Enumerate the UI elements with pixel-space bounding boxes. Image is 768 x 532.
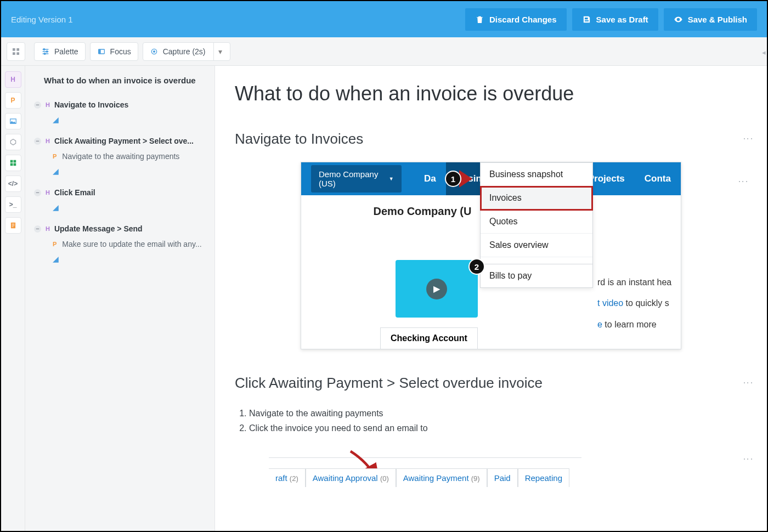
section-menu-icon[interactable]: ⋮ [747, 134, 749, 144]
collapse-right-handle[interactable]: ◂ [762, 48, 766, 56]
discard-changes-button[interactable]: Discard Changes [465, 8, 567, 31]
dashboard-icon-button[interactable] [7, 42, 25, 61]
collapse-icon[interactable]: − [34, 138, 41, 145]
shot1-checking-account: Checking Account [380, 327, 478, 349]
outline-node-2-para: Navigate to the awaiting payments [62, 152, 179, 161]
page-title[interactable]: What to do when an invoice is overdue [235, 82, 747, 105]
focus-icon [97, 47, 106, 56]
focus-button[interactable]: Focus [90, 42, 138, 61]
svg-rect-3 [16, 52, 19, 55]
section-2-heading[interactable]: Click Awaiting Payment > Select overdue … [235, 375, 747, 392]
shot2-tab-awaiting-payment: Awaiting Payment (9) [396, 468, 487, 487]
shot2-tab-paid: Paid [487, 468, 518, 487]
section-1: ⋮ ⋮ Navigate to Invoices Demo Company (U… [235, 131, 747, 349]
discard-label: Discard Changes [489, 15, 557, 24]
sliders-icon [41, 47, 50, 56]
shot1-dd-invoices: Invoices [481, 186, 592, 210]
svg-rect-13 [13, 160, 16, 163]
heading-tag-icon: H [46, 101, 50, 108]
image-node-icon: ◢ [53, 254, 59, 263]
shot2-tab-repeating: Repeating [518, 468, 569, 487]
outline-node-1-label: Navigate to Invoices [54, 100, 206, 109]
outline-node-3-label: Click Email [54, 188, 206, 197]
svg-rect-8 [98, 49, 100, 54]
heading-tag-icon: H [46, 138, 50, 144]
image-icon [9, 117, 17, 125]
image-node-icon: ◢ [53, 203, 59, 212]
annotation-badge-1: 1 [445, 171, 461, 187]
outline-node-4[interactable]: −HUpdate Message > Send PMake sure to up… [34, 224, 206, 264]
collapse-icon[interactable]: − [34, 225, 41, 233]
svg-marker-11 [10, 139, 15, 145]
rail-table-button[interactable] [5, 155, 21, 171]
shot1-dropdown: Business snapshot Invoices Quotes Sales … [480, 162, 593, 288]
content-editor: What to do when an invoice is overdue ⋮ … [215, 66, 767, 531]
svg-rect-15 [13, 163, 16, 166]
shot1-text-3: to learn more [602, 320, 657, 329]
image-node-icon: ◢ [53, 115, 59, 124]
capture-dropdown-caret[interactable]: ▾ [213, 43, 227, 60]
play-icon: ▶ [426, 279, 447, 299]
shot1-dd-sales: Sales overview [481, 234, 592, 257]
focus-label: Focus [110, 47, 131, 56]
outline-node-2[interactable]: −HClick Awaiting Payment > Select ove...… [34, 137, 206, 176]
outline-node-3[interactable]: −HClick Email ◢ [34, 188, 206, 212]
rail-document-button[interactable] [5, 217, 21, 234]
save-draft-button[interactable]: Save as Draft [572, 8, 658, 31]
paragraph-tag-icon: P [53, 241, 57, 247]
svg-rect-19 [12, 227, 13, 227]
section-2: ⋮ Click Awaiting Payment > Select overdu… [235, 375, 747, 490]
block-menu-icon[interactable]: ⋮ [747, 454, 749, 464]
svg-point-10 [153, 50, 155, 52]
svg-rect-17 [12, 224, 14, 224]
heading-tag-icon: H [46, 189, 50, 196]
shot1-text-1: rd is an instant hea [597, 278, 671, 287]
toolbar: Palette Focus Capture (2s) ▾ [1, 37, 767, 66]
outline-node-4-label: Update Message > Send [54, 224, 206, 233]
shot1-nav-contacts: Conta [635, 162, 681, 195]
annotation-badge-2: 2 [468, 258, 485, 275]
palette-label: Palette [54, 47, 78, 56]
shot1-body: Demo Company (U ▶ Business snapshot Invo… [301, 195, 681, 349]
trash-icon [475, 15, 484, 24]
section-2-list[interactable]: Navigate to the awaiting payments Click … [237, 406, 747, 435]
shot1-dd-quotes: Quotes [481, 210, 592, 234]
svg-rect-14 [10, 163, 13, 166]
shot1-link-learn: e [597, 320, 602, 329]
grid-icon [12, 47, 20, 56]
capture-button[interactable]: Capture (2s) ▾ [143, 42, 230, 61]
shot2-tab-draft: raft (2) [269, 468, 306, 487]
section-1-heading[interactable]: Navigate to Invoices [235, 131, 747, 148]
save-publish-button[interactable]: Save & Publish [664, 8, 757, 31]
rail-image-button[interactable] [5, 113, 21, 129]
main: H P </> >_ What to do when an invoice is… [1, 66, 767, 531]
rail-code-button[interactable]: </> [5, 176, 21, 192]
outline-node-4-para: Make sure to update the email with any..… [62, 240, 201, 248]
save-publish-label: Save & Publish [688, 15, 747, 24]
table-icon [9, 159, 17, 167]
svg-point-5 [46, 50, 48, 52]
image-node-icon: ◢ [53, 167, 59, 176]
save-draft-label: Save as Draft [596, 15, 648, 24]
section-2-li-2: Click the invoice you need to send an em… [249, 421, 747, 435]
editing-version-label: Editing Version 1 [11, 15, 73, 24]
paragraph-tag-icon: P [53, 153, 57, 160]
rail-paragraph-button[interactable]: P [5, 92, 21, 109]
svg-rect-2 [13, 52, 15, 55]
svg-rect-18 [12, 225, 14, 225]
rail-shape-button[interactable] [5, 134, 21, 150]
outline-node-1[interactable]: −HNavigate to Invoices ◢ [34, 100, 206, 124]
palette-button[interactable]: Palette [34, 42, 86, 61]
heading-tag-icon: H [46, 225, 50, 232]
rail-heading-button[interactable]: H [5, 71, 21, 88]
rail-terminal-button[interactable]: >_ [5, 196, 21, 213]
section-menu-icon[interactable]: ⋮ [747, 378, 749, 388]
collapse-icon[interactable]: − [34, 101, 41, 109]
block-menu-icon[interactable]: ⋮ [737, 177, 749, 186]
shot1-nav-dashboard: Da [414, 162, 446, 195]
shot1-video-thumb: ▶ [396, 260, 478, 318]
screenshot-1[interactable]: Demo Company (US) Da Business Accounting… [301, 162, 681, 349]
topbar-actions: Discard Changes Save as Draft Save & Pub… [465, 8, 757, 31]
collapse-icon[interactable]: − [34, 189, 41, 196]
screenshot-2[interactable]: raft (2) Awaiting Approval (0) Awaiting … [269, 457, 581, 490]
